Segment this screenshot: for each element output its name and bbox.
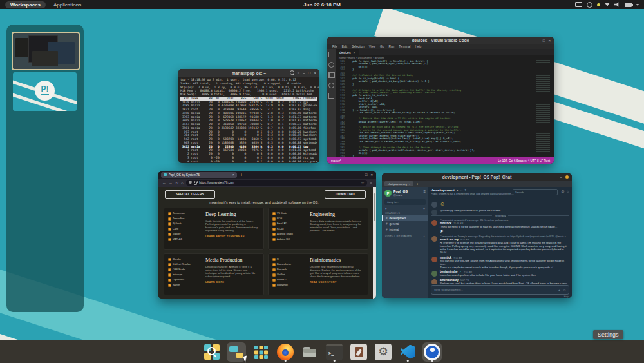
- close-button[interactable]: ×: [370, 173, 373, 177]
- code-editor[interactable]: 161 pub fn sync_fast(&self) -> Result<()…: [336, 60, 535, 157]
- dock-item-pop-shop[interactable]: [349, 342, 368, 362]
- app-list-item[interactable]: Tensorflow: [168, 217, 203, 221]
- channel-item[interactable]: # development: [382, 215, 428, 221]
- minimize-button[interactable]: −: [303, 71, 305, 75]
- workspace-thumbnail-empty[interactable]: P!: [13, 72, 77, 111]
- tab-close-icon[interactable]: ×: [409, 182, 411, 186]
- close-button[interactable]: ×: [314, 71, 316, 75]
- tab-close-icon[interactable]: ×: [354, 50, 355, 54]
- avatar[interactable]: [431, 202, 437, 208]
- extensions-icon[interactable]: [328, 93, 334, 99]
- filter-caret-icon[interactable]: ▾: [385, 206, 387, 210]
- app-list-item[interactable]: KiCad: [272, 228, 307, 231]
- url-bar[interactable]: https://pop.system76.com ☆: [186, 180, 368, 186]
- app-list-item[interactable]: Arduino IDE: [272, 238, 307, 241]
- channel-item[interactable]: # internal: [382, 227, 428, 233]
- team-avatar[interactable]: P: [384, 190, 392, 197]
- close-button[interactable]: [565, 175, 569, 179]
- scrollbar[interactable]: [373, 187, 376, 299]
- bookmark-star-icon[interactable]: ☆: [361, 181, 365, 185]
- search-icon[interactable]: [328, 62, 334, 68]
- app-list-item[interactable]: ROS: [272, 217, 307, 221]
- dock-item-terminal[interactable]: >_: [325, 342, 344, 362]
- menu-item[interactable]: View: [369, 45, 375, 48]
- app-list-item[interactable]: Android Studio: [272, 233, 307, 236]
- emoji-picker-icon[interactable]: ☺: [563, 288, 566, 292]
- app-list-item[interactable]: DaVinci Resolve: [168, 263, 203, 266]
- add-channel-icon[interactable]: +: [423, 206, 425, 210]
- close-button[interactable]: ×: [548, 39, 551, 43]
- member-count[interactable]: 2: [464, 189, 466, 192]
- dock-item-chat[interactable]: [422, 342, 442, 362]
- maximize-button[interactable]: □: [365, 173, 368, 177]
- username[interactable]: mmstick: [440, 222, 451, 225]
- volume-icon[interactable]: [614, 2, 620, 7]
- hamburger-menu-icon[interactable]: ≡: [370, 181, 372, 185]
- app-list-item[interactable]: R: [272, 258, 307, 261]
- shield-icon[interactable]: [189, 181, 192, 184]
- chat-window[interactable]: development - Pop!_OS Pop!_Chat − chat.p…: [382, 173, 572, 298]
- vscode-window[interactable]: devices - Visual Studio Code − □ × FileE…: [327, 37, 554, 164]
- chat-titlebar[interactable]: development - Pop!_OS Pop!_Chat −: [382, 173, 572, 181]
- menu-item[interactable]: Help: [415, 45, 421, 48]
- workspace-thumbnail-active[interactable]: [12, 32, 80, 70]
- menu-item[interactable]: File: [332, 45, 337, 48]
- search-icon[interactable]: [290, 70, 294, 75]
- avatar[interactable]: [431, 220, 437, 226]
- channel-item[interactable]: # general: [382, 221, 428, 227]
- workspaces-menu[interactable]: Workspaces: [5, 1, 46, 8]
- download-button[interactable]: DOWNLOAD: [325, 190, 366, 199]
- channel-caret-icon[interactable]: ▾: [457, 189, 458, 192]
- tab-close-icon[interactable]: ×: [232, 173, 234, 177]
- dock-item-applications[interactable]: [251, 342, 270, 362]
- app-list-item[interactable]: OBS Studio: [168, 268, 203, 271]
- breadcrumb[interactable]: home › maria › Documents › devices: [327, 55, 554, 60]
- sidebar-filter-row[interactable]: ▾ +: [385, 206, 425, 210]
- app-list-item[interactable]: Blender: [168, 258, 203, 261]
- favorite-icon[interactable]: ☆: [460, 189, 462, 192]
- editor-status-info[interactable]: Ln 194, Col 6 Spaces: 4 UTF-8 LF Rust: [498, 159, 550, 162]
- menu-icon[interactable]: ≡: [298, 71, 300, 75]
- minimize-button[interactable]: −: [537, 39, 540, 43]
- chevron-down-icon[interactable]: [636, 4, 639, 6]
- git-branch-label[interactable]: master*: [331, 159, 341, 162]
- reload-button[interactable]: ↻: [175, 181, 178, 185]
- minimize-button[interactable]: −: [359, 173, 362, 177]
- app-list-item[interactable]: Bowtie 2: [272, 279, 307, 282]
- app-list-item[interactable]: PyTorch: [168, 222, 203, 226]
- power-icon[interactable]: [587, 2, 592, 8]
- source-control-icon[interactable]: [328, 72, 335, 78]
- app-list-item[interactable]: Jupyter: [168, 233, 203, 236]
- debug-icon[interactable]: [328, 83, 334, 88]
- avatar[interactable]: [431, 271, 437, 277]
- menu-item[interactable]: Run: [388, 45, 394, 48]
- card-link[interactable]: READ USER STORY: [310, 280, 363, 284]
- terminal-titlebar[interactable]: maria@pop-os: ~ ≡ − □ ×: [178, 69, 319, 77]
- dock-item-files[interactable]: [300, 342, 319, 362]
- avatar[interactable]: [431, 257, 437, 262]
- card-link[interactable]: LEARN MORE: [205, 280, 258, 284]
- battery-icon[interactable]: [625, 3, 632, 7]
- app-list-item[interactable]: Inkscape: [168, 273, 203, 277]
- minimize-button[interactable]: −: [560, 175, 562, 179]
- app-list-item[interactable]: Natron: [168, 284, 203, 287]
- flagged-icon[interactable]: ☆: [567, 190, 569, 193]
- add-server-button[interactable]: +: [416, 182, 419, 186]
- browser-tab[interactable]: Pop!_OS by System76 ×: [161, 172, 237, 178]
- new-tab-button[interactable]: +: [240, 173, 243, 177]
- clock[interactable]: Jun 22 6:18 PM: [0, 2, 644, 8]
- app-list-item[interactable]: Biopython: [272, 284, 307, 287]
- username[interactable]: americancary: [440, 279, 459, 282]
- message-input[interactable]: Write to development... + ☺: [431, 285, 569, 295]
- card-link[interactable]: LEARN ABOUT TENSORMAN: [205, 235, 258, 238]
- menu-item[interactable]: Terminal: [399, 45, 410, 48]
- menu-item[interactable]: Selection: [352, 45, 365, 48]
- back-button[interactable]: ←: [162, 181, 166, 185]
- app-list-item[interactable]: Bioconda: [272, 268, 307, 271]
- maximize-button[interactable]: □: [543, 39, 545, 43]
- dock-item-firefox[interactable]: [276, 342, 295, 362]
- wifi-icon[interactable]: [605, 3, 610, 6]
- menu-item[interactable]: Edit: [342, 45, 347, 48]
- maximize-button[interactable]: □: [308, 71, 311, 75]
- app-list-item[interactable]: Lightworks: [168, 279, 203, 282]
